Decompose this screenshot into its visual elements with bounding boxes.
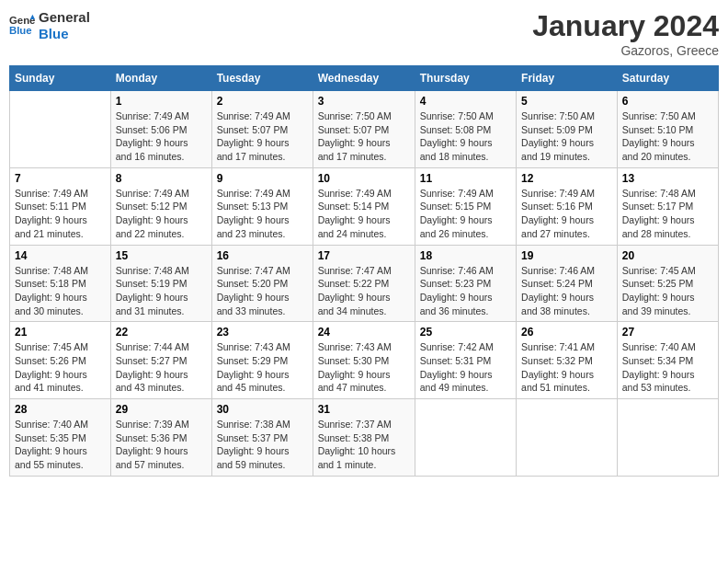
- calendar-header: Sunday Monday Tuesday Wednesday Thursday…: [10, 66, 719, 91]
- day-info: Sunrise: 7:43 AM Sunset: 5:30 PM Dayligh…: [318, 340, 410, 395]
- day-info: Sunrise: 7:50 AM Sunset: 5:09 PM Dayligh…: [521, 109, 612, 164]
- col-sunday: Sunday: [10, 66, 111, 91]
- calendar-cell: 10Sunrise: 7:49 AM Sunset: 5:14 PM Dayli…: [313, 167, 415, 245]
- day-info: Sunrise: 7:39 AM Sunset: 5:36 PM Dayligh…: [116, 418, 207, 472]
- calendar-cell: 11Sunrise: 7:49 AM Sunset: 5:15 PM Dayli…: [415, 167, 516, 245]
- day-number: 14: [15, 249, 106, 262]
- day-number: 8: [116, 172, 207, 185]
- calendar-cell: 9Sunrise: 7:49 AM Sunset: 5:13 PM Daylig…: [211, 167, 313, 245]
- location: Gazoros, Greece: [532, 43, 719, 58]
- col-thursday: Thursday: [415, 66, 516, 91]
- calendar-cell: 13Sunrise: 7:48 AM Sunset: 5:17 PM Dayli…: [617, 167, 718, 245]
- day-number: 22: [116, 326, 207, 339]
- calendar-cell: 4Sunrise: 7:50 AM Sunset: 5:08 PM Daylig…: [415, 91, 516, 168]
- calendar-cell: 5Sunrise: 7:50 AM Sunset: 5:09 PM Daylig…: [517, 91, 618, 168]
- day-number: 28: [15, 403, 106, 416]
- calendar-cell: [10, 91, 111, 168]
- day-info: Sunrise: 7:38 AM Sunset: 5:37 PM Dayligh…: [217, 418, 308, 472]
- calendar-cell: 24Sunrise: 7:43 AM Sunset: 5:30 PM Dayli…: [313, 322, 415, 399]
- calendar-cell: 14Sunrise: 7:48 AM Sunset: 5:18 PM Dayli…: [10, 245, 111, 322]
- day-number: 24: [318, 326, 410, 339]
- calendar-cell: 31Sunrise: 7:37 AM Sunset: 5:38 PM Dayli…: [313, 399, 415, 477]
- svg-text:Blue: Blue: [9, 25, 32, 36]
- day-info: Sunrise: 7:41 AM Sunset: 5:32 PM Dayligh…: [521, 340, 612, 395]
- col-monday: Monday: [110, 66, 211, 91]
- day-info: Sunrise: 7:50 AM Sunset: 5:08 PM Dayligh…: [420, 109, 511, 164]
- col-wednesday: Wednesday: [313, 66, 415, 91]
- calendar-table: Sunday Monday Tuesday Wednesday Thursday…: [9, 65, 719, 477]
- month-title: January 2024: [532, 9, 719, 43]
- day-info: Sunrise: 7:37 AM Sunset: 5:38 PM Dayligh…: [318, 418, 410, 472]
- day-info: Sunrise: 7:49 AM Sunset: 5:11 PM Dayligh…: [15, 187, 106, 241]
- calendar-cell: [617, 399, 718, 477]
- day-info: Sunrise: 7:46 AM Sunset: 5:23 PM Dayligh…: [420, 264, 511, 318]
- calendar-cell: 17Sunrise: 7:47 AM Sunset: 5:22 PM Dayli…: [313, 245, 415, 322]
- day-number: 26: [521, 326, 612, 339]
- day-info: Sunrise: 7:45 AM Sunset: 5:26 PM Dayligh…: [15, 340, 106, 395]
- day-info: Sunrise: 7:46 AM Sunset: 5:24 PM Dayligh…: [521, 264, 612, 318]
- day-info: Sunrise: 7:50 AM Sunset: 5:10 PM Dayligh…: [622, 109, 713, 164]
- logo-line2: Blue: [39, 26, 90, 42]
- day-number: 3: [318, 95, 410, 108]
- calendar-cell: 29Sunrise: 7:39 AM Sunset: 5:36 PM Dayli…: [110, 399, 211, 477]
- calendar-cell: [517, 399, 618, 477]
- calendar-cell: 7Sunrise: 7:49 AM Sunset: 5:11 PM Daylig…: [10, 167, 111, 245]
- day-number: 10: [318, 172, 410, 185]
- day-number: 15: [116, 249, 207, 262]
- day-number: 2: [217, 95, 308, 108]
- day-number: 12: [521, 172, 612, 185]
- day-info: Sunrise: 7:49 AM Sunset: 5:07 PM Dayligh…: [217, 109, 308, 164]
- day-number: 4: [420, 95, 511, 108]
- logo-line1: General: [39, 9, 90, 26]
- calendar-cell: 23Sunrise: 7:43 AM Sunset: 5:29 PM Dayli…: [211, 322, 313, 399]
- day-info: Sunrise: 7:43 AM Sunset: 5:29 PM Dayligh…: [217, 340, 308, 395]
- calendar-cell: 20Sunrise: 7:45 AM Sunset: 5:25 PM Dayli…: [617, 245, 718, 322]
- day-info: Sunrise: 7:48 AM Sunset: 5:19 PM Dayligh…: [116, 264, 207, 318]
- calendar-cell: 27Sunrise: 7:40 AM Sunset: 5:34 PM Dayli…: [617, 322, 718, 399]
- col-friday: Friday: [517, 66, 618, 91]
- day-info: Sunrise: 7:49 AM Sunset: 5:13 PM Dayligh…: [217, 187, 308, 241]
- col-tuesday: Tuesday: [211, 66, 313, 91]
- calendar-cell: 19Sunrise: 7:46 AM Sunset: 5:24 PM Dayli…: [517, 245, 618, 322]
- calendar-week-2: 7Sunrise: 7:49 AM Sunset: 5:11 PM Daylig…: [10, 167, 719, 245]
- header-row: Sunday Monday Tuesday Wednesday Thursday…: [10, 66, 719, 91]
- day-number: 6: [622, 95, 713, 108]
- day-number: 19: [521, 249, 612, 262]
- calendar-cell: 21Sunrise: 7:45 AM Sunset: 5:26 PM Dayli…: [10, 322, 111, 399]
- day-info: Sunrise: 7:45 AM Sunset: 5:25 PM Dayligh…: [622, 264, 713, 318]
- day-number: 23: [217, 326, 308, 339]
- day-info: Sunrise: 7:40 AM Sunset: 5:35 PM Dayligh…: [15, 418, 106, 472]
- day-info: Sunrise: 7:47 AM Sunset: 5:20 PM Dayligh…: [217, 264, 308, 318]
- day-number: 21: [15, 326, 106, 339]
- calendar-cell: 18Sunrise: 7:46 AM Sunset: 5:23 PM Dayli…: [415, 245, 516, 322]
- day-number: 5: [521, 95, 612, 108]
- day-info: Sunrise: 7:49 AM Sunset: 5:16 PM Dayligh…: [521, 187, 612, 241]
- day-number: 16: [217, 249, 308, 262]
- calendar-week-5: 28Sunrise: 7:40 AM Sunset: 5:35 PM Dayli…: [10, 399, 719, 477]
- calendar-cell: 26Sunrise: 7:41 AM Sunset: 5:32 PM Dayli…: [517, 322, 618, 399]
- calendar-week-1: 1Sunrise: 7:49 AM Sunset: 5:06 PM Daylig…: [10, 91, 719, 168]
- calendar-cell: 12Sunrise: 7:49 AM Sunset: 5:16 PM Dayli…: [517, 167, 618, 245]
- calendar-cell: 15Sunrise: 7:48 AM Sunset: 5:19 PM Dayli…: [110, 245, 211, 322]
- calendar-cell: 3Sunrise: 7:50 AM Sunset: 5:07 PM Daylig…: [313, 91, 415, 168]
- day-number: 9: [217, 172, 308, 185]
- calendar-cell: 6Sunrise: 7:50 AM Sunset: 5:10 PM Daylig…: [617, 91, 718, 168]
- calendar-cell: 1Sunrise: 7:49 AM Sunset: 5:06 PM Daylig…: [110, 91, 211, 168]
- calendar-body: 1Sunrise: 7:49 AM Sunset: 5:06 PM Daylig…: [10, 91, 719, 477]
- day-number: 20: [622, 249, 713, 262]
- day-number: 31: [318, 403, 410, 416]
- day-number: 1: [116, 95, 207, 108]
- calendar-cell: 28Sunrise: 7:40 AM Sunset: 5:35 PM Dayli…: [10, 399, 111, 477]
- calendar-week-3: 14Sunrise: 7:48 AM Sunset: 5:18 PM Dayli…: [10, 245, 719, 322]
- day-info: Sunrise: 7:40 AM Sunset: 5:34 PM Dayligh…: [622, 340, 713, 395]
- day-info: Sunrise: 7:49 AM Sunset: 5:15 PM Dayligh…: [420, 187, 511, 241]
- day-number: 11: [420, 172, 511, 185]
- calendar-cell: 25Sunrise: 7:42 AM Sunset: 5:31 PM Dayli…: [415, 322, 516, 399]
- day-number: 7: [15, 172, 106, 185]
- calendar-cell: 8Sunrise: 7:49 AM Sunset: 5:12 PM Daylig…: [110, 167, 211, 245]
- calendar-cell: 22Sunrise: 7:44 AM Sunset: 5:27 PM Dayli…: [110, 322, 211, 399]
- day-number: 27: [622, 326, 713, 339]
- logo: General Blue General Blue: [9, 9, 90, 42]
- calendar-cell: [415, 399, 516, 477]
- day-number: 17: [318, 249, 410, 262]
